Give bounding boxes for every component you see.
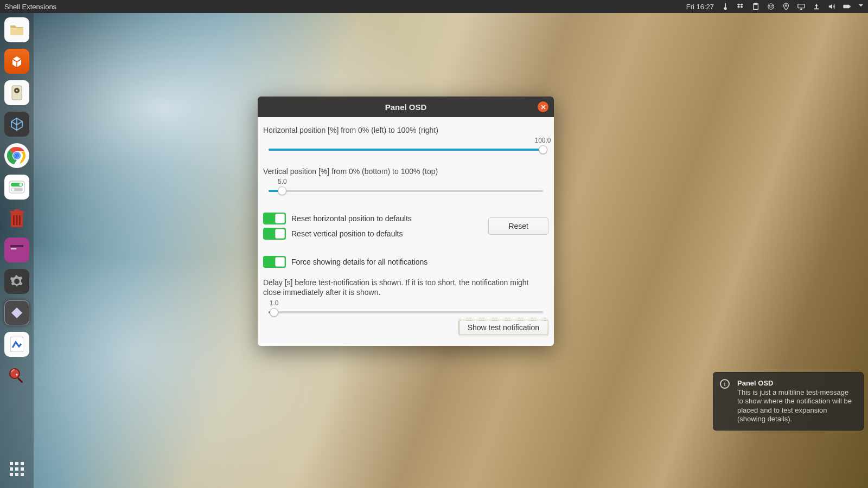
dock-tweaks[interactable] — [4, 175, 29, 200]
panel-app-title[interactable]: Shell Extensions — [4, 3, 56, 11]
dock-extensions[interactable] — [4, 300, 29, 325]
force-details-label: Force showing details for all notificati… — [291, 258, 427, 266]
dock-files[interactable] — [4, 17, 29, 42]
delay-value: 1.0 — [270, 299, 279, 307]
volume-icon[interactable] — [828, 3, 835, 10]
face-icon[interactable] — [767, 3, 775, 10]
reset-v-toggle[interactable] — [263, 228, 286, 240]
dialog-title: Panel OSD — [385, 102, 427, 112]
svg-point-14 — [16, 90, 18, 92]
svg-point-21 — [20, 183, 22, 186]
info-icon: i — [720, 379, 730, 389]
svg-rect-11 — [844, 5, 849, 8]
svg-rect-10 — [849, 6, 850, 7]
svg-rect-29 — [19, 215, 21, 225]
show-applications-button[interactable] — [4, 457, 29, 481]
dock-virtualbox[interactable] — [4, 112, 29, 137]
svg-rect-32 — [11, 248, 16, 249]
display-icon[interactable] — [797, 3, 805, 10]
panel-osd-dialog: Panel OSD Horizontal position [%] from 0… — [258, 97, 554, 346]
reset-h-label: Reset horizontal position to defaults — [291, 214, 412, 223]
svg-rect-28 — [16, 215, 18, 225]
svg-rect-27 — [13, 215, 15, 225]
delay-label: Delay [s] before test-notification is sh… — [263, 278, 548, 297]
dock-backup[interactable] — [4, 80, 29, 105]
dock-software[interactable] — [4, 49, 29, 74]
svg-point-18 — [14, 153, 20, 158]
hpos-value: 100.0 — [534, 137, 551, 144]
dock-trash[interactable] — [4, 206, 29, 231]
force-details-toggle[interactable] — [263, 256, 286, 268]
dock-libreoffice[interactable] — [4, 332, 29, 357]
notification-title: Panel OSD — [737, 379, 856, 387]
close-button[interactable] — [538, 101, 548, 112]
show-test-notification-button[interactable]: Show test notification — [458, 319, 548, 336]
dock-terminal[interactable] — [4, 237, 29, 262]
svg-rect-26 — [14, 209, 20, 211]
reset-h-toggle[interactable] — [263, 213, 286, 224]
svg-point-1 — [724, 7, 726, 10]
dock-settings[interactable] — [4, 269, 29, 294]
panel-clock[interactable]: Fri 16:27 — [686, 3, 714, 11]
chevron-down-icon[interactable] — [858, 3, 864, 10]
top-panel: Shell Extensions Fri 16:27 — [0, 0, 868, 13]
battery-icon[interactable] — [843, 3, 851, 10]
svg-point-6 — [771, 5, 772, 6]
reset-v-label: Reset vertical position to defaults — [291, 229, 403, 238]
dock-chrome[interactable] — [4, 143, 29, 168]
dropbox-icon[interactable] — [737, 3, 744, 10]
clipboard-icon[interactable] — [752, 3, 760, 10]
dock-search[interactable] — [4, 363, 29, 388]
close-icon — [541, 105, 546, 110]
notification-message: This is just a multiline test-message to… — [737, 388, 856, 423]
svg-point-7 — [786, 5, 787, 7]
network-icon[interactable] — [813, 3, 820, 10]
svg-rect-0 — [725, 3, 726, 8]
dialog-titlebar[interactable]: Panel OSD — [258, 97, 554, 117]
svg-point-4 — [768, 4, 774, 10]
svg-point-5 — [769, 5, 770, 6]
svg-point-23 — [12, 188, 15, 191]
hpos-slider[interactable]: 100.0 — [263, 137, 548, 160]
svg-rect-31 — [10, 245, 23, 247]
delay-slider[interactable]: 1.0 — [263, 299, 548, 319]
svg-rect-35 — [17, 377, 23, 383]
panel-right: Fri 16:27 — [686, 3, 864, 11]
svg-rect-25 — [10, 211, 24, 213]
test-notification[interactable]: i Panel OSD This is just a multiline tes… — [713, 372, 864, 431]
location-icon[interactable] — [782, 3, 790, 10]
reset-button[interactable]: Reset — [488, 217, 548, 235]
hpos-label: Horizontal position [%] from 0% (left) t… — [263, 126, 548, 134]
svg-rect-8 — [798, 4, 805, 8]
thermometer-icon[interactable] — [722, 3, 729, 10]
dock — [0, 13, 34, 488]
vpos-label: Vertical position [%] from 0% (bottom) t… — [263, 167, 548, 176]
vpos-value: 5.0 — [278, 178, 287, 185]
vpos-slider[interactable]: 5.0 — [263, 178, 548, 202]
